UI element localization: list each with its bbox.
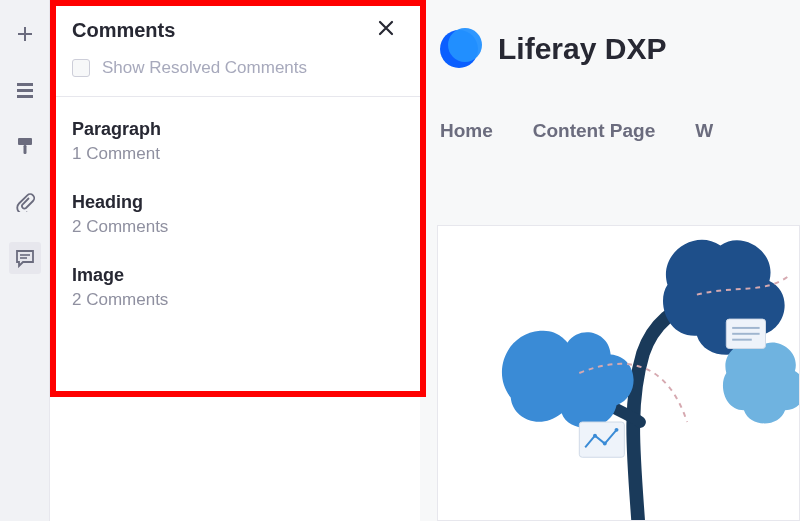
- rail-attach[interactable]: [9, 186, 41, 218]
- editor-rail: [0, 0, 50, 521]
- nav-content-page[interactable]: Content Page: [533, 120, 655, 142]
- liferay-logo-icon: [440, 28, 482, 70]
- comment-thread-heading[interactable]: Heading 2 Comments: [50, 170, 420, 243]
- hero-image: [437, 225, 800, 521]
- nav-more[interactable]: W: [695, 120, 713, 142]
- svg-rect-3: [18, 138, 32, 145]
- checkbox-icon: [72, 59, 90, 77]
- close-icon: [377, 19, 395, 41]
- comments-icon: [15, 248, 35, 268]
- close-panel-button[interactable]: [374, 18, 398, 42]
- rail-brush[interactable]: [9, 130, 41, 162]
- thread-count: 1 Comment: [72, 144, 398, 164]
- show-resolved-label: Show Resolved Comments: [102, 58, 307, 78]
- rail-layout[interactable]: [9, 74, 41, 106]
- page-preview: Liferay DXP Home Content Page W: [420, 0, 800, 521]
- rail-comments[interactable]: [9, 242, 41, 274]
- thread-title: Image: [72, 265, 398, 286]
- thread-title: Paragraph: [72, 119, 398, 140]
- svg-rect-1: [17, 89, 33, 92]
- panel-title: Comments: [72, 19, 175, 42]
- svg-point-14: [615, 428, 619, 432]
- thread-count: 2 Comments: [72, 290, 398, 310]
- comments-panel: Comments Show Resolved Comments Paragrap…: [50, 0, 420, 521]
- brush-icon: [15, 136, 35, 156]
- show-resolved-toggle[interactable]: Show Resolved Comments: [50, 52, 420, 96]
- attach-icon: [15, 192, 35, 212]
- svg-rect-4: [23, 145, 26, 154]
- layout-icon: [15, 80, 35, 100]
- thread-count: 2 Comments: [72, 217, 398, 237]
- comment-thread-image[interactable]: Image 2 Comments: [50, 243, 420, 316]
- rail-add[interactable]: [9, 18, 41, 50]
- svg-rect-2: [17, 95, 33, 98]
- add-icon: [15, 24, 35, 44]
- svg-rect-0: [17, 83, 33, 86]
- app-title: Liferay DXP: [498, 32, 666, 66]
- svg-point-12: [593, 434, 597, 438]
- brand: Liferay DXP: [440, 28, 666, 70]
- site-nav: Home Content Page W: [440, 120, 713, 142]
- thread-title: Heading: [72, 192, 398, 213]
- comment-thread-paragraph[interactable]: Paragraph 1 Comment: [50, 97, 420, 170]
- nav-home[interactable]: Home: [440, 120, 493, 142]
- svg-point-13: [603, 442, 607, 446]
- svg-rect-11: [579, 422, 624, 457]
